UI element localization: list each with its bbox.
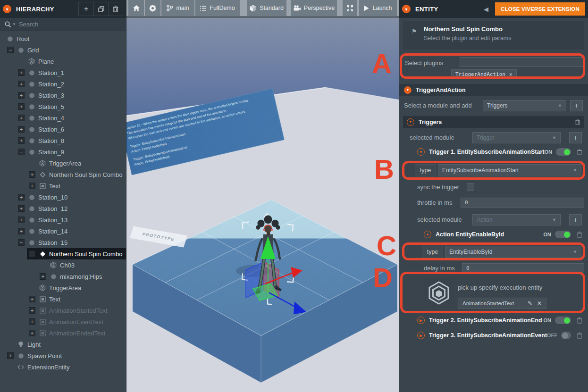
tree-item[interactable]: +Text bbox=[0, 293, 126, 305]
tree-toggle[interactable]: + bbox=[29, 307, 35, 314]
trigger2-chevron-icon[interactable]: ▶ bbox=[417, 317, 425, 324]
entity-picker-button[interactable] bbox=[424, 278, 454, 308]
trigger2-row[interactable]: ▶ Trigger 2. EntitySubscribeAnimationEnd… bbox=[417, 317, 582, 324]
tree-item[interactable]: Root bbox=[0, 33, 126, 44]
selected-module-add-button[interactable]: + bbox=[569, 132, 582, 143]
throttle-input[interactable]: 0 bbox=[461, 198, 584, 208]
hierarchy-search[interactable]: ▼ Search bbox=[0, 18, 126, 31]
remove-entity-icon[interactable]: ✕ bbox=[537, 300, 542, 307]
tree-item[interactable]: +Spawn Point bbox=[0, 350, 126, 361]
tree-item[interactable]: +AnimationEndedText bbox=[0, 327, 126, 339]
tree-item[interactable]: −Grid bbox=[0, 44, 126, 56]
trigger3-toggle[interactable] bbox=[561, 332, 571, 339]
tree-toggle[interactable]: + bbox=[29, 330, 35, 336]
tree-toggle[interactable]: + bbox=[29, 183, 35, 189]
delete-button[interactable] bbox=[108, 2, 123, 16]
add-entity-button[interactable]: + bbox=[79, 2, 93, 16]
search-filter-caret[interactable]: ▼ bbox=[12, 22, 16, 26]
trigger2-toggle[interactable] bbox=[555, 317, 571, 324]
action-chevron-icon[interactable]: ▼ bbox=[424, 231, 431, 238]
collapse-panel-icon[interactable]: ◀ bbox=[484, 6, 488, 13]
module-add-select[interactable]: Triggers▼ bbox=[483, 100, 566, 111]
tree-item[interactable]: +Station_1 bbox=[0, 67, 126, 78]
tree-toggle[interactable]: + bbox=[18, 69, 25, 76]
section-chevron-icon[interactable]: ▾ bbox=[404, 86, 412, 94]
tree-toggle[interactable]: + bbox=[18, 228, 25, 234]
tree-item[interactable]: +Station_6 bbox=[0, 124, 126, 135]
scene-3d[interactable] bbox=[126, 0, 399, 392]
trigger1-chevron-icon[interactable]: ▼ bbox=[417, 148, 425, 156]
tree-toggle[interactable]: + bbox=[18, 115, 25, 121]
tree-toggle[interactable]: + bbox=[18, 194, 25, 200]
camera-button[interactable]: Perspective bbox=[291, 0, 337, 16]
tree-item[interactable]: +Northern Soul Spin Combo bbox=[0, 169, 126, 180]
tree-item[interactable]: Light bbox=[0, 339, 126, 350]
action-delete-button[interactable] bbox=[577, 232, 582, 238]
select-plugins-input[interactable] bbox=[460, 57, 583, 67]
launch-button[interactable]: Launch bbox=[359, 0, 397, 16]
tree-item[interactable]: −Northern Soul Spin Combo bbox=[0, 248, 126, 259]
settings-button[interactable] bbox=[145, 0, 160, 16]
tree-toggle[interactable]: + bbox=[29, 171, 35, 178]
plugin-tag-chip[interactable]: TriggerAndAction ✕ bbox=[451, 69, 517, 79]
tree-item[interactable]: +Station_12 bbox=[0, 203, 126, 214]
selected-module2-add-button[interactable]: + bbox=[569, 214, 582, 225]
edit-entity-icon[interactable]: ✎ bbox=[528, 300, 532, 307]
plugin-section-header[interactable]: ▾ TriggerAndAction bbox=[399, 84, 588, 96]
tree-item[interactable]: −Station_15 bbox=[0, 237, 126, 248]
delete-triggers-button[interactable] bbox=[575, 119, 580, 125]
trigger3-delete-button[interactable] bbox=[577, 333, 582, 339]
viewport[interactable]: main FullDemo Standard Perspective Launc… bbox=[126, 0, 399, 392]
selected-module2-select[interactable]: Action▼ bbox=[472, 214, 561, 225]
tree-toggle[interactable]: + bbox=[18, 81, 25, 87]
trigger1-toggle[interactable] bbox=[556, 148, 571, 156]
tree-item[interactable]: +Station_10 bbox=[0, 192, 126, 203]
tree-item[interactable]: +Station_2 bbox=[0, 78, 126, 90]
tree-item[interactable]: +mixamorig:Hips bbox=[0, 271, 126, 282]
tree-toggle[interactable]: + bbox=[29, 318, 35, 325]
tree-item[interactable]: Plane bbox=[0, 56, 126, 67]
tree-item[interactable]: +Station_5 bbox=[0, 101, 126, 112]
tree-toggle[interactable]: − bbox=[18, 239, 25, 246]
tree-item[interactable]: +Text bbox=[0, 180, 126, 192]
tree-item[interactable]: +Station_3 bbox=[0, 90, 126, 101]
tree-toggle[interactable]: + bbox=[7, 352, 14, 359]
trigger2-delete-button[interactable] bbox=[577, 317, 582, 324]
duplicate-button[interactable] bbox=[93, 2, 108, 16]
action-row[interactable]: ▼ Action EntityEnableById ON bbox=[424, 231, 582, 238]
tree-toggle[interactable]: + bbox=[18, 92, 25, 99]
tree-item[interactable]: ExtensionEntity bbox=[0, 361, 126, 373]
shading-button[interactable]: Standard bbox=[247, 0, 286, 16]
tree-item[interactable]: +Station_13 bbox=[0, 214, 126, 225]
panel-collapse-icon[interactable]: ▾ bbox=[402, 5, 411, 13]
tree-toggle[interactable]: − bbox=[18, 149, 25, 155]
selected-module-select[interactable]: Trigger▼ bbox=[472, 132, 561, 143]
tree-toggle[interactable]: + bbox=[18, 137, 25, 144]
branch-button[interactable]: main bbox=[161, 0, 194, 16]
tree-toggle[interactable]: + bbox=[18, 217, 25, 223]
tree-toggle[interactable]: + bbox=[18, 205, 25, 212]
close-viverse-extension-button[interactable]: CLOSE VIVERSE EXTENSION bbox=[495, 2, 585, 16]
tree-item[interactable]: +Station_14 bbox=[0, 225, 126, 237]
tree-item[interactable]: TriggerArea bbox=[0, 282, 126, 293]
triggers-section-header[interactable]: ▼ Triggers bbox=[403, 116, 584, 128]
tree-toggle[interactable]: − bbox=[7, 47, 14, 53]
tree-toggle[interactable]: − bbox=[29, 250, 35, 257]
remove-plugin-icon[interactable]: ✕ bbox=[509, 71, 512, 77]
trigger3-chevron-icon[interactable]: ▶ bbox=[417, 332, 425, 339]
panel-collapse-icon[interactable]: ▾ bbox=[3, 5, 11, 13]
trigger3-row[interactable]: ▶ Trigger 3. EntitySubscribeAnimationEve… bbox=[417, 332, 582, 339]
tree-item[interactable]: +Station_4 bbox=[0, 112, 126, 124]
trigger1-type-select[interactable]: EntitySubscribeAnimationStart▼ bbox=[438, 164, 581, 176]
delay-input[interactable]: 0 bbox=[462, 263, 584, 273]
action-toggle[interactable] bbox=[555, 231, 571, 238]
triggers-chevron-icon[interactable]: ▼ bbox=[407, 118, 414, 126]
tree-item[interactable]: +AnimationEventText bbox=[0, 316, 126, 327]
scene-button[interactable]: FullDemo bbox=[195, 0, 240, 16]
trigger1-row[interactable]: ▼ Trigger 1. EntitySubscribeAnimationSta… bbox=[417, 148, 582, 156]
trigger1-delete-button[interactable] bbox=[577, 149, 582, 155]
picked-entity-chip[interactable]: AnimationStartedText ✎ ✕ bbox=[458, 298, 546, 309]
tree-item[interactable]: −Station_9 bbox=[0, 146, 126, 158]
sync-trigger-checkbox[interactable] bbox=[467, 183, 474, 191]
fullscreen-button[interactable] bbox=[343, 0, 357, 16]
